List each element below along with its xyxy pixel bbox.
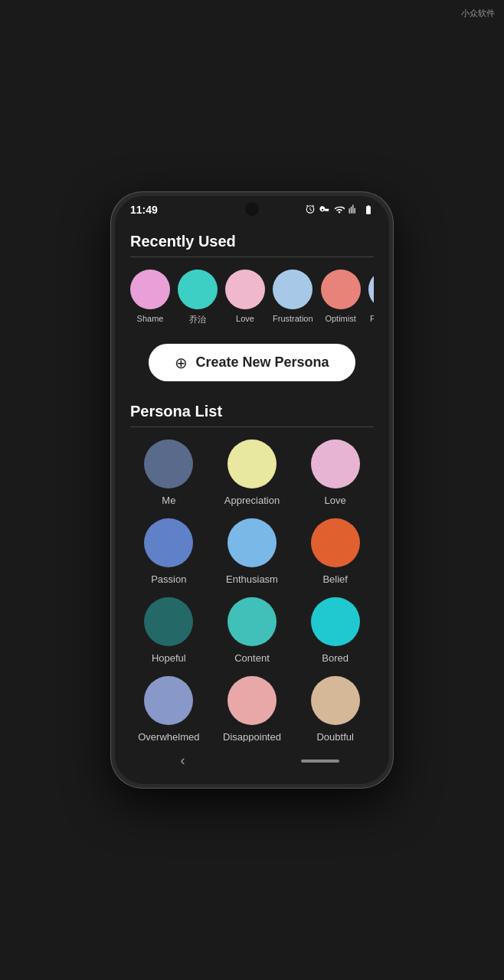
battery-icon: [363, 204, 374, 215]
phone-frame: 11:49 Recently Used Shame乔治LoveFrustrati…: [110, 191, 394, 789]
persona-grid-item[interactable]: Bored: [296, 597, 374, 664]
home-pill[interactable]: [301, 760, 339, 763]
persona-grid-item[interactable]: Love: [296, 439, 374, 506]
key-icon: [319, 204, 330, 215]
phone-screen: 11:49 Recently Used Shame乔治LoveFrustrati…: [115, 196, 389, 784]
recently-used-chip[interactable]: Optimist: [321, 270, 361, 325]
back-button[interactable]: ‹: [165, 750, 201, 772]
main-content: Recently Used Shame乔治LoveFrustrationOpti…: [115, 220, 389, 742]
persona-grid-item[interactable]: Me: [130, 439, 208, 506]
recently-used-title: Recently Used: [130, 233, 374, 250]
recently-used-divider: [130, 256, 374, 257]
recently-used-chip[interactable]: 乔治: [178, 270, 218, 325]
persona-grid-item[interactable]: Content: [214, 597, 291, 664]
signal-icon: [349, 204, 359, 215]
recently-used-chip[interactable]: Love: [225, 270, 265, 325]
persona-list-title: Persona List: [130, 403, 374, 420]
plus-icon: ⊕: [175, 355, 188, 371]
persona-grid-item[interactable]: Passion: [130, 518, 208, 585]
persona-grid: MeAppreciationLovePassionEnthusiasmBelie…: [130, 439, 374, 742]
watermark-text: 小众软件: [461, 8, 495, 19]
nav-bar: ‹: [115, 742, 389, 784]
persona-grid-item[interactable]: Enthusiasm: [214, 518, 291, 585]
persona-grid-item[interactable]: Overwhelmed: [130, 676, 208, 742]
wifi-icon: [334, 204, 345, 215]
status-icons: [305, 204, 374, 215]
recently-used-row: Shame乔治LoveFrustrationOptimistPessimist: [130, 270, 374, 325]
alarm-icon: [305, 204, 316, 215]
persona-grid-item[interactable]: Disappointed: [214, 676, 291, 742]
recently-used-chip[interactable]: Shame: [130, 270, 170, 325]
persona-list-divider: [130, 426, 374, 427]
persona-grid-item[interactable]: Belief: [296, 518, 374, 585]
recently-used-chip[interactable]: Pessimist: [368, 270, 374, 325]
persona-grid-item[interactable]: Doubtful: [296, 676, 374, 742]
create-new-persona-button[interactable]: ⊕ Create New Persona: [149, 344, 355, 381]
persona-grid-item[interactable]: Hopeful: [130, 597, 208, 664]
camera-notch: [245, 202, 259, 216]
status-time: 11:49: [130, 204, 158, 216]
create-button-label: Create New Persona: [195, 354, 329, 371]
persona-grid-item[interactable]: Appreciation: [214, 439, 291, 506]
recently-used-chip[interactable]: Frustration: [273, 270, 313, 325]
